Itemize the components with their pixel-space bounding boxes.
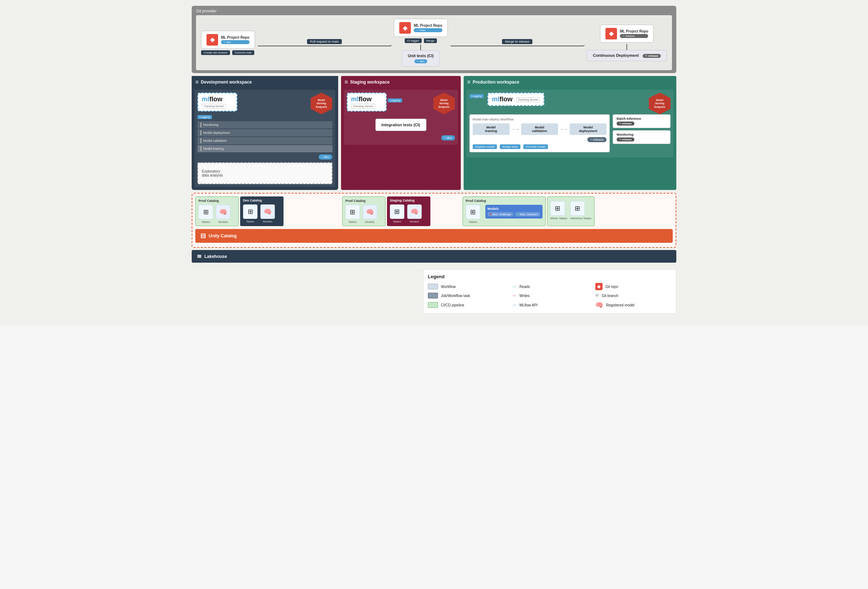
create-dev-branch-badge: Create dev branch [201,50,230,55]
dev-ws-header-row: mlflow Tracking Server Logging ModelServ… [198,93,332,119]
dev-mlflow-display: mlflow Tracking Server [198,93,237,111]
legend-writes: → Writes [511,292,588,299]
dev-catalogs: Prod Catalog ⊞ Tables 🧠 Models [195,197,340,226]
continuous-deployment-label: Continuous Deployment [593,53,639,58]
page: Git provider ◆ ML Project Repo ⑂ dev [0,0,868,326]
git-provider-section: Git provider ◆ ML Project Repo ⑂ dev [192,6,676,73]
staging-mlflow-display: mlflow Tracking Server [347,93,387,111]
staging-prod-catalog-label: Prod Catalog [345,199,382,203]
pull-request-badge: Pull request to main [307,39,342,44]
dev-tracking-server: Tracking Server [202,104,226,108]
staging-workspace-icon: ≡ [345,79,348,85]
git-repo-dev: ◆ ML Project Repo ⑂ dev [201,31,255,49]
git-repo-main: ◆ ML Project Repo ⑂ main [394,19,448,37]
dev-logging-badge: Logging [198,114,237,119]
staging-prod-models: 🧠 Models [363,205,377,223]
model-train-deploy-workflow: Model train-deploy Workflow Modeltrainin… [469,114,610,152]
staging-branch-badge: ⑂ dev [441,135,455,141]
dev-prod-tables-label: Tables [199,221,213,223]
catalog-row: Prod Catalog ⊞ Tables 🧠 Models [195,197,673,226]
staging-staging-models-label: Models [407,220,422,223]
prod-prod-catalog: Prod Catalog ⊞ Tables Models [462,197,546,226]
legend-git-branch: ⑂ Git branch [595,292,672,299]
commit-badges: Create dev branch Commit code [201,50,254,55]
legend-grid: Workflow → Reads ◆ Git repo Job/Workflow… [428,283,672,309]
dev-task-deployment: Model deployment [198,129,332,136]
prod-inference-tables-icon: ⊞ [570,201,585,216]
workflow-arrow-1: →→ [511,127,520,132]
prod-extra-catalog-items: ⊞ Metric Tables ⊞ Inference Tables [551,201,592,220]
legend-job-task-box [428,293,438,299]
legend-cicd: CI/CD pipeline [428,301,504,309]
staging-workspace-inner: mlflow Tracking Server Logging ModelServ… [344,90,458,145]
dev-prod-models-label: Models [216,221,230,223]
git-repo-icon-release: ◆ [605,28,617,40]
staging-prod-models-label: Models [363,221,377,223]
assign-alias-badge: Assign alias [500,144,520,149]
dev-mlflow-logo: mlflow [202,96,223,103]
monitoring-label: Monitoring [617,133,634,136]
staging-prod-catalog: Prod Catalog ⊞ Tables 🧠 Models [342,197,385,226]
staging-workspace-content: mlflow Tracking Server Logging ModelServ… [341,87,461,148]
dev-task-monitoring: Monitoring [198,121,332,129]
git-repo-info-release: ML Project Repo ⑂ release [620,29,648,38]
workflow-steps: Modeltraining →→ Modelvalidation →→ Mode… [473,123,607,135]
dev-workspace-label: ≡ Development workspace [192,76,338,87]
prod-ws-left: Model train-deploy Workflow Modeltrainin… [469,114,610,154]
dev-prod-models: 🧠 Models [216,205,230,223]
git-branch-dev: ⑂ dev [221,40,249,44]
dev-prod-catalog-items: ⊞ Tables 🧠 Models [199,205,235,223]
dev-workspace: ≡ Development workspace mlflow Tracking [192,76,338,190]
commit-code-badge: Commit code [232,50,254,55]
staging-model-serving: ModelServingEndpoint [433,93,455,114]
prod-prod-tables-icon: ⊞ [466,205,480,219]
dev-dev-models: 🧠 Models [260,204,275,223]
legend-git-repo-icon: ◆ [595,283,602,290]
dev-prod-catalog: Prod Catalog ⊞ Tables 🧠 Models [195,197,239,226]
prod-inference-tables: ⊞ Inference Tables [570,201,592,220]
git-repo-name-release: ML Project Repo [620,29,648,33]
continuous-deployment-box: Continuous Deployment ⑂ release [587,50,667,61]
staging-prod-tables-icon: ⊞ [345,205,360,219]
staging-staging-tables-label: Tables [390,220,404,223]
models-alias-row: ◆ Alias: Challenger ◆ Alias: Champion [487,212,540,216]
production-workspace-icon: ≡ [467,79,471,85]
legend-git-repo-label: Git repo [605,285,619,289]
staging-staging-models: 🧠 Models [407,204,422,223]
prod-prod-tables: ⊞ Tables [466,205,480,223]
monitoring-box: Monitoring ⑂ release [613,130,670,144]
prod-metric-tables-icon: ⊞ [551,201,565,216]
git-branch-release: ⑂ release [620,34,648,38]
unity-catalog-outer: Prod Catalog ⊞ Tables 🧠 Models [192,193,676,248]
workflow-step-deployment: Modeldeployment [570,123,607,135]
models-special-label: Models [487,207,540,210]
workflow-step-validation: Modelvalidation [521,123,558,135]
champion-icon: ◆ [517,213,519,216]
lakehouse-label: Lakehouse [204,254,227,259]
cd-branch: ⑂ release [643,54,661,58]
workflow-box-title: Model train-deploy Workflow [473,118,607,121]
batch-inference-branch: ⑂ release [617,121,634,126]
git-provider-label: Git provider [196,9,672,13]
merge-badge: Merge [424,38,437,43]
dev-workspace-icon: ≡ [195,79,199,85]
task-bar [200,146,201,151]
legend-git-repo: ◆ Git repo [595,283,672,290]
models-special-box: Models ◆ Alias: Challenger ◆ A [486,205,542,219]
dev-dev-tables-icon: ⊞ [243,204,257,219]
staging-catalogs: Prod Catalog ⊞ Tables 🧠 Models [342,197,461,226]
lakehouse-section: ≋ Lakehouse [192,250,676,263]
ci-trigger-badge: CI trigger [405,38,422,43]
legend-section: Legend Workflow → Reads ◆ Git repo Job/W… [423,269,676,314]
production-workspace-inner: Logging mlflow Tracking Server ModelServ… [466,90,673,157]
dev-workspace-content: mlflow Tracking Server Logging ModelServ… [192,87,338,190]
dev-task-validation: Model validation [198,137,332,144]
logging-badge-staging: Logging [388,98,402,102]
dev-dev-tables-label: Tables [243,220,257,223]
prod-tracking-server: Tracking Server [516,97,540,102]
alias-challenger: ◆ Alias: Challenger [487,212,514,216]
staging-staging-catalog: Staging Catalog ⊞ Tables 🧠 Models [387,197,430,226]
prod-mlflow-area: Logging mlflow Tracking Server [469,93,649,108]
unit-tests-branch: ⑂ dev [415,59,427,63]
eda-box: Exploratorydata analysis [198,163,332,184]
